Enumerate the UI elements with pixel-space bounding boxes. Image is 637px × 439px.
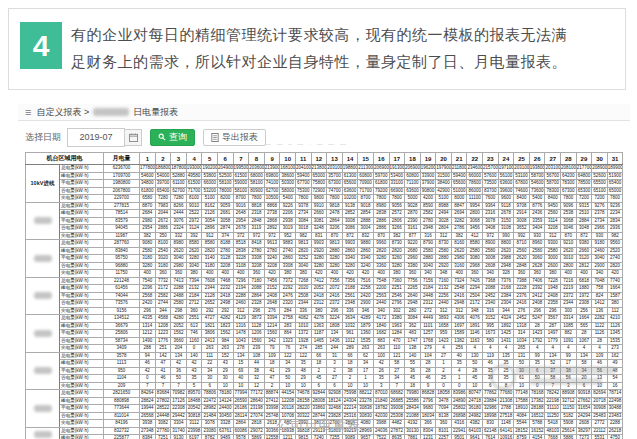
metric-label-cell: 峰电量(kW·h) (60, 172, 104, 180)
day-value-cell: 3084 (295, 217, 311, 225)
day-value-cell: 8870 (140, 202, 156, 210)
day-value-cell: 42 (373, 360, 389, 368)
day-value-cell: 2684 (140, 210, 156, 218)
menu-icon[interactable]: ≡ (25, 106, 31, 118)
day-value-cell: 7240 (311, 435, 327, 439)
day-value-cell: 2812 (576, 262, 592, 270)
day-value-cell: 2312 (311, 300, 327, 308)
day-value-cell: 45 (311, 375, 327, 383)
day-value-cell: 263 (373, 345, 389, 353)
day-value-cell: 7412 (311, 277, 327, 285)
day-value-cell: 340 (420, 270, 436, 278)
day-value-cell: 2378 (592, 210, 608, 218)
day-value-cell: 1146 (467, 330, 483, 338)
day-value-cell: 78180 (217, 390, 233, 398)
step-number-badge: 4 (20, 22, 62, 69)
day-value-cell: 2228 (514, 285, 530, 293)
day-value-cell: 7522 (373, 435, 389, 439)
day-value-cell: 30908 (592, 405, 608, 413)
breadcrumb-prefix[interactable]: 自定义报表 > (36, 106, 89, 119)
metric-label-cell: 尖电量(kW·h) (60, 307, 104, 315)
day-value-cell: 47 (264, 375, 280, 383)
day-value-cell: 9380 (576, 240, 592, 248)
day-value-cell: 31500 (436, 172, 452, 180)
day-value-cell: 206900 (373, 165, 389, 173)
day-value-cell: 312 (451, 307, 467, 315)
table-row: 总电量(kW·h)3578941421341401111521341081091… (26, 352, 623, 360)
day-value-cell: 41 (264, 367, 280, 375)
day-value-cell: 2412 (529, 292, 545, 300)
day-value-cell: 33100 (389, 180, 405, 188)
day-value-cell: 9138 (342, 202, 358, 210)
day-value-cell: 134 (545, 352, 561, 360)
day-value-cell: 3380 (389, 315, 405, 323)
day-value-cell: 10 (467, 382, 483, 390)
day-value-cell: 4278 (311, 315, 327, 323)
day-value-cell: 2168 (498, 285, 514, 293)
day-value-cell: 1363 (311, 322, 327, 330)
day-value-cell: 3124 (186, 225, 202, 233)
day-value-cell: 66000 (202, 180, 218, 188)
day-value-cell: 58100 (233, 187, 249, 195)
day-value-cell: 340 (373, 307, 389, 315)
day-value-cell: 9089 (342, 435, 358, 439)
day-value-cell: 27 (389, 367, 405, 375)
day-value-cell: 122 (280, 352, 296, 360)
query-button[interactable]: 查询 (150, 129, 195, 146)
day-value-cell: 3252 (295, 255, 311, 263)
day-value-cell: 8200 (217, 195, 233, 203)
day-value-cell: 204 (171, 345, 187, 353)
day-value-cell: 2580 (529, 247, 545, 255)
day-value-cell: 8800 (498, 240, 514, 248)
day-value-cell: 77862 (483, 390, 499, 398)
day-value-cell: 7216 (561, 277, 577, 285)
export-button[interactable]: 导出报表 (203, 129, 266, 146)
date-input[interactable] (67, 128, 125, 147)
day-value-cell: 9489 (217, 435, 233, 439)
day-value-cell: 285 (311, 345, 327, 353)
day-value-cell: 83700 (483, 187, 499, 195)
day-value-cell: 7360 (389, 277, 405, 285)
day-value-cell: 2376 (514, 292, 530, 300)
day-value-cell: 28 (467, 367, 483, 375)
day-value-cell: 872 (576, 232, 592, 240)
day-value-cell: 10916 (498, 435, 514, 439)
day-value-cell: 18910 (514, 405, 530, 413)
column-header: 29 (576, 153, 592, 165)
day-value-cell: 9883 (280, 240, 296, 248)
metric-label-cell: 谷电量(kW·h) (60, 337, 104, 345)
day-value-cell: 864 (280, 330, 296, 338)
day-value-cell: 3652 (514, 225, 530, 233)
day-value-cell: 7600 (483, 195, 499, 203)
column-header: 5 (202, 153, 218, 165)
calendar-button[interactable] (125, 129, 142, 146)
day-value-cell: 2680 (405, 247, 421, 255)
day-value-cell: 1465 (311, 337, 327, 345)
day-value-cell: 9300 (545, 240, 561, 248)
day-value-cell: 63600 (342, 187, 358, 195)
day-value-cell: 3008 (342, 217, 358, 225)
day-value-cell: 3873 (249, 315, 265, 323)
day-value-cell: 4 (561, 345, 577, 353)
day-value-cell: 59000 (233, 180, 249, 188)
day-value-cell: 18 (264, 360, 280, 368)
day-value-cell: 2886 (373, 217, 389, 225)
day-value-cell: 420 (358, 270, 374, 278)
day-value-cell: 33998 (264, 405, 280, 413)
day-value-cell: 2740 (607, 255, 623, 263)
day-value-cell: 8730 (436, 240, 452, 248)
day-value-cell: 20 (576, 375, 592, 383)
day-value-cell: 2344 (202, 285, 218, 293)
day-value-cell: 1792 (529, 337, 545, 345)
day-value-cell: 1 (436, 360, 452, 368)
day-value-cell: 1214 (264, 322, 280, 330)
day-value-cell: 198800 (342, 165, 358, 173)
group-name-cell: 10kV进线 (26, 165, 60, 203)
day-value-cell: 29 (295, 375, 311, 383)
day-value-cell: 2384 (498, 292, 514, 300)
month-total-cell: 773644 (104, 405, 140, 413)
metric-label-cell: 总电量(kW·h) (60, 390, 104, 398)
day-value-cell: 2780 (249, 247, 265, 255)
day-value-cell: 9096 (561, 202, 577, 210)
day-value-cell: 16 (607, 382, 623, 390)
